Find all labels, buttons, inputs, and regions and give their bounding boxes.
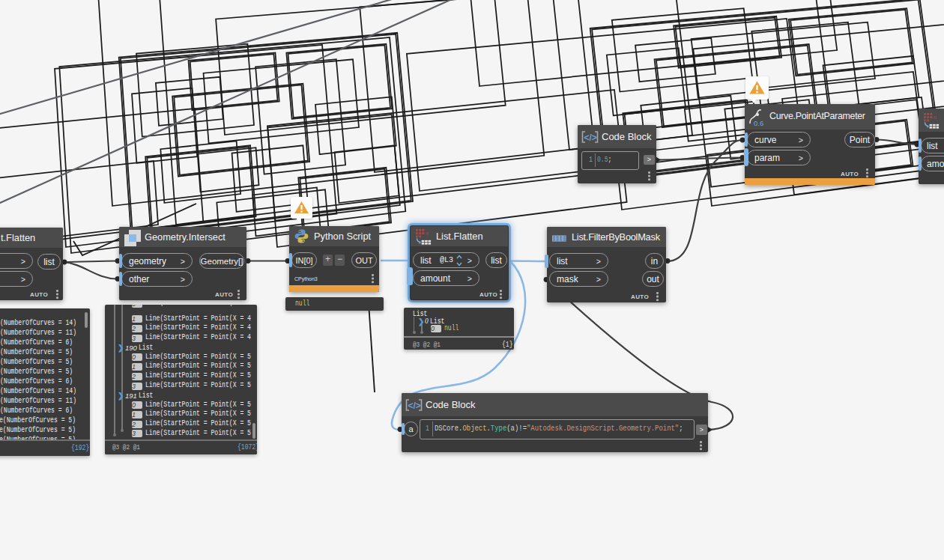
svg-text:</>: </> bbox=[584, 133, 597, 143]
svg-text:</>: </> bbox=[408, 401, 421, 411]
svg-text:n: n bbox=[426, 230, 429, 237]
svg-text:n: n bbox=[934, 114, 937, 121]
svg-text:0.6: 0.6 bbox=[754, 119, 763, 127]
